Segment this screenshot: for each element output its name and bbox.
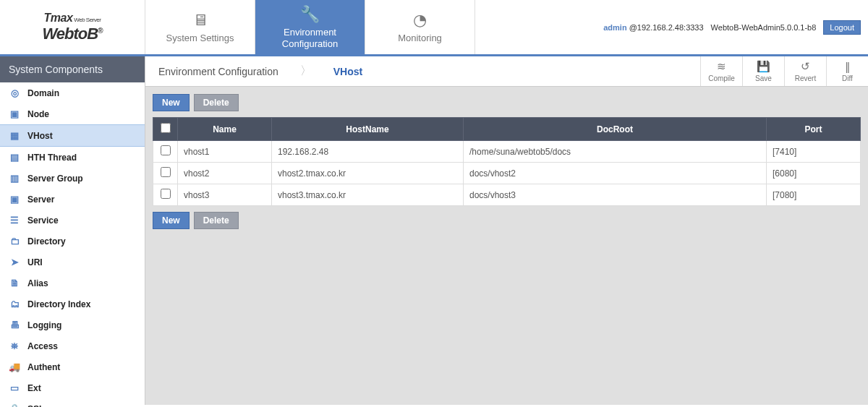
- arrow-icon: ➤: [9, 257, 20, 267]
- tab-monitoring[interactable]: ◔ Monitoring: [365, 0, 475, 54]
- table-row[interactable]: vhost1 192.168.2.48 /home/suna/webtob5/d…: [153, 141, 861, 163]
- col-docroot: DocRoot: [464, 118, 767, 141]
- save-button[interactable]: 💾Save: [742, 56, 784, 86]
- revert-button[interactable]: ↺Revert: [784, 56, 826, 86]
- toolbar-label: Save: [755, 74, 772, 82]
- select-all-header: [153, 118, 178, 141]
- chevron-right-icon: 〉: [300, 64, 312, 79]
- sidebar-item-vhost[interactable]: ▦VHost: [0, 124, 145, 147]
- server-icon: ▣: [9, 194, 20, 205]
- sidebar-item-directory-index[interactable]: 🗂Directory Index: [0, 294, 145, 314]
- sidebar: System Components ◎Domain ▣Node ▦VHost ▤…: [0, 56, 145, 405]
- cell-docroot: docs/vhost3: [464, 184, 767, 206]
- cell-port: [7410]: [767, 141, 861, 163]
- delete-button[interactable]: Delete: [194, 212, 239, 229]
- col-name: Name: [178, 118, 272, 141]
- tab-system-settings[interactable]: 🖥 System Settings: [145, 0, 255, 54]
- cell-name: vhost1: [178, 141, 272, 163]
- new-button[interactable]: New: [153, 94, 190, 111]
- node-icon: ▣: [9, 108, 20, 119]
- main-panel: Environment Configuration 〉 VHost ≋Compi…: [145, 56, 868, 405]
- cell-docroot: /home/suna/webtob5/docs: [464, 141, 767, 163]
- printer-icon: 🖶: [9, 320, 20, 330]
- toolbar-label: Diff: [842, 74, 853, 82]
- nav-tabs: 🖥 System Settings 🔧 EnvironmentConfigura…: [145, 0, 475, 54]
- logout-button[interactable]: Logout: [823, 20, 861, 35]
- index-icon: 🗂: [9, 299, 20, 309]
- logo-brand-bottom: WebtoB: [42, 25, 98, 43]
- sidebar-item-label: Node: [27, 109, 49, 119]
- sidebar-item-uri[interactable]: ➤URI: [0, 252, 145, 273]
- sidebar-item-label: Ext: [27, 383, 41, 393]
- sidebar-item-access[interactable]: ⛯Access: [0, 335, 145, 356]
- table-row[interactable]: vhost2 vhost2.tmax.co.kr docs/vhost2 [60…: [153, 163, 861, 184]
- sidebar-item-label: Directory: [27, 236, 66, 247]
- toolbar-label: Revert: [795, 74, 816, 82]
- logo-reg: ®: [98, 26, 102, 34]
- sidebar-item-service[interactable]: ☰Service: [0, 210, 145, 231]
- logo-brand-top: Tmax: [44, 12, 73, 24]
- cell-hostname: vhost3.tmax.co.kr: [272, 184, 464, 206]
- sidebar-item-ssl[interactable]: 🔒SSL: [0, 398, 145, 407]
- select-all-checkbox[interactable]: [161, 123, 171, 133]
- server-group-icon: ▥: [9, 173, 20, 184]
- breadcrumb: Environment Configuration 〉 VHost: [145, 56, 700, 86]
- logo-brand-sub: Web Server: [74, 17, 101, 23]
- folder-icon: 🗀: [9, 236, 20, 247]
- breadcrumb-bar: Environment Configuration 〉 VHost ≋Compi…: [145, 56, 868, 87]
- tab-label: EnvironmentConfiguration: [282, 27, 338, 49]
- cell-hostname: vhost2.tmax.co.kr: [272, 163, 464, 184]
- sidebar-item-hth-thread[interactable]: ▤HTH Thread: [0, 147, 145, 168]
- sidebar-item-label: URI: [27, 257, 43, 267]
- content-area: New Delete Name HostName DocRoot Port: [145, 87, 868, 242]
- row-checkbox[interactable]: [161, 189, 171, 199]
- sidebar-item-domain[interactable]: ◎Domain: [0, 82, 145, 103]
- sidebar-item-directory[interactable]: 🗀Directory: [0, 231, 145, 252]
- sidebar-list: ◎Domain ▣Node ▦VHost ▤HTH Thread ▥Server…: [0, 82, 145, 407]
- page-icon: 🗎: [9, 278, 20, 288]
- sidebar-item-label: Directory Index: [27, 299, 90, 309]
- action-row-top: New Delete: [153, 94, 861, 111]
- vhost-icon: ▦: [9, 130, 20, 141]
- lock-icon: 🔒: [9, 403, 20, 407]
- sidebar-item-authent[interactable]: 🚚Authent: [0, 356, 145, 377]
- monitor-icon: 🖥: [192, 11, 208, 30]
- sidebar-item-label: Service: [27, 215, 59, 226]
- breadcrumb-current: VHost: [333, 66, 362, 77]
- sidebar-item-label: Authent: [27, 362, 60, 372]
- header-right: admin @192.168.2.48:3333 WebtoB-WebAdmin…: [475, 0, 868, 54]
- sidebar-item-server-group[interactable]: ▥Server Group: [0, 168, 145, 189]
- wrench-icon: 🔧: [300, 5, 320, 24]
- sidebar-item-label: Logging: [27, 320, 61, 330]
- access-icon: ⛯: [9, 340, 20, 351]
- cell-hostname: 192.168.2.48: [272, 141, 464, 163]
- sidebar-item-server[interactable]: ▣Server: [0, 189, 145, 210]
- new-button[interactable]: New: [153, 212, 190, 229]
- tab-label: Monitoring: [398, 33, 442, 44]
- sidebar-item-ext[interactable]: ▭Ext: [0, 377, 145, 398]
- stack-icon: ≋: [717, 60, 726, 73]
- sidebar-item-logging[interactable]: 🖶Logging: [0, 314, 145, 335]
- cell-port: [7080]: [767, 184, 861, 206]
- sidebar-item-label: Access: [27, 341, 58, 351]
- diff-button[interactable]: ‖Diff: [826, 56, 868, 86]
- row-checkbox[interactable]: [161, 145, 171, 155]
- tab-environment-configuration[interactable]: 🔧 EnvironmentConfiguration: [255, 0, 365, 54]
- sidebar-item-node[interactable]: ▣Node: [0, 103, 145, 124]
- breadcrumb-root: Environment Configuration: [158, 66, 278, 77]
- compile-button[interactable]: ≋Compile: [700, 56, 742, 86]
- diff-icon: ‖: [845, 60, 851, 73]
- ext-icon: ▭: [9, 382, 20, 393]
- table-row[interactable]: vhost3 vhost3.tmax.co.kr docs/vhost3 [70…: [153, 184, 861, 206]
- toolbar-label: Compile: [708, 74, 735, 82]
- cell-name: vhost3: [178, 184, 272, 206]
- sidebar-item-alias[interactable]: 🗎Alias: [0, 273, 145, 294]
- delete-button[interactable]: Delete: [194, 94, 239, 111]
- vhost-table: Name HostName DocRoot Port vhost1 192.16…: [153, 117, 861, 206]
- cell-port: [6080]: [767, 163, 861, 184]
- col-hostname: HostName: [272, 118, 464, 141]
- truck-icon: 🚚: [9, 361, 20, 372]
- sidebar-item-label: SSL: [27, 404, 44, 408]
- row-checkbox[interactable]: [161, 167, 171, 177]
- toolbar: ≋Compile 💾Save ↺Revert ‖Diff: [700, 56, 868, 86]
